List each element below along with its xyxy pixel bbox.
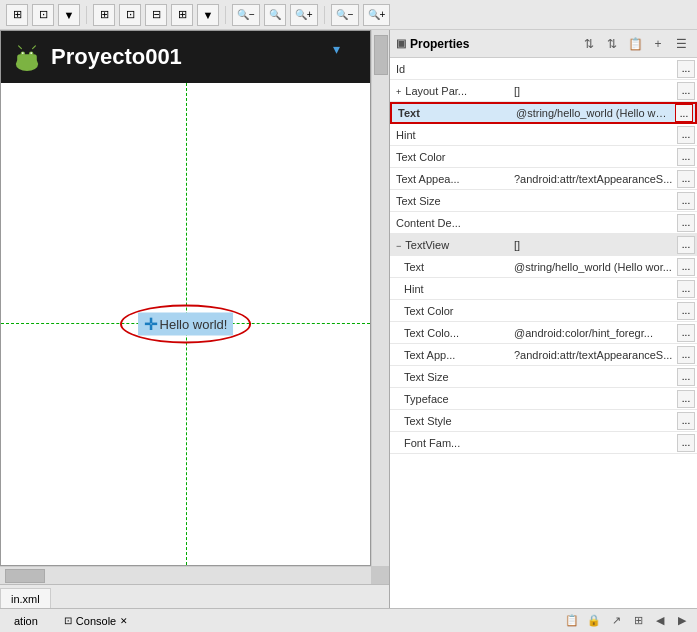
vertical-scrollbar[interactable] [371, 30, 389, 566]
prop-row-typeface: Typeface ... [390, 388, 697, 410]
status-icon-prev[interactable]: ◀ [651, 612, 669, 630]
toolbar-btn-6[interactable]: ⊟ [145, 4, 167, 26]
crosshair-marker: ✛ [144, 315, 157, 334]
zoom-in-btn-2[interactable]: 🔍+ [363, 4, 391, 26]
prop-dots-id[interactable]: ... [677, 60, 695, 78]
svg-line-7 [33, 46, 36, 49]
prop-section-textview: −TextView [] ... [390, 234, 697, 256]
prop-row-id: Id ... [390, 58, 697, 80]
hello-world-widget[interactable]: ✛ Hello world! [120, 305, 252, 344]
prop-value-text-highlighted: @string/hello_world (Hello wor... [512, 107, 675, 119]
prop-row-tv-text-size: Text Size ... [390, 366, 697, 388]
toolbar-btn-8[interactable]: ▼ [197, 4, 219, 26]
toolbar-btn-3[interactable]: ▼ [58, 4, 80, 26]
prop-name-tv-text: Text [390, 261, 510, 273]
editor-scrollable: Proyecto001 ▾ ✛ Hello world! [0, 30, 389, 584]
prop-row-hint: Hint ... [390, 124, 697, 146]
svg-point-5 [30, 52, 32, 54]
prop-dots-tv-text-color[interactable]: ... [677, 302, 695, 320]
phone-body: ✛ Hello world! [1, 83, 370, 565]
svg-rect-1 [17, 54, 37, 65]
toolbar-btn-5[interactable]: ⊡ [119, 4, 141, 26]
status-icon-link[interactable]: ↗ [607, 612, 625, 630]
vertical-scrollbar-thumb[interactable] [374, 35, 388, 75]
zoom-out-btn-2[interactable]: 🔍− [331, 4, 359, 26]
textview-toggle-icon: − [396, 241, 401, 251]
prop-row-tv-text-color: Text Color ... [390, 300, 697, 322]
tab-xml[interactable]: in.xml [0, 588, 51, 608]
prop-dots-content-desc[interactable]: ... [677, 214, 695, 232]
app-title: Proyecto001 [51, 44, 182, 70]
prop-row-tv-hint: Hint ... [390, 278, 697, 300]
sort-alpha-btn[interactable]: ⇅ [579, 34, 599, 54]
properties-toolbar: ⇅ ⇅ 📋 + ☰ [579, 34, 691, 54]
prop-dots-layout-par[interactable]: ... [677, 82, 695, 100]
prop-dots-text-size[interactable]: ... [677, 192, 695, 210]
status-icon-grid[interactable]: ⊞ [629, 612, 647, 630]
prop-dots-typeface[interactable]: ... [677, 390, 695, 408]
sort-cat-btn[interactable]: ⇅ [602, 34, 622, 54]
prop-dots-tv-text[interactable]: ... [677, 258, 695, 276]
prop-name-tv-text-colo: Text Colo... [390, 327, 510, 339]
prop-row-content-desc: Content De... ... [390, 212, 697, 234]
horizontal-scrollbar-thumb[interactable] [5, 569, 45, 583]
status-tab-console[interactable]: ⊡ Console ✕ [56, 613, 136, 629]
layout-par-toggle-icon: + [396, 87, 401, 97]
prop-dots-tv-text-size[interactable]: ... [677, 368, 695, 386]
prop-value-text-appear: ?android:attr/textAppearanceS... [510, 173, 677, 185]
prop-name-tv-text-size: Text Size [390, 371, 510, 383]
toolbar-btn-2[interactable]: ⊡ [32, 4, 54, 26]
prop-dots-text-style[interactable]: ... [677, 412, 695, 430]
status-bar: ation ⊡ Console ✕ 📋 🔒 ↗ ⊞ ◀ ▶ [0, 608, 697, 632]
prop-dots-tv-hint[interactable]: ... [677, 280, 695, 298]
menu-btn[interactable]: ☰ [671, 34, 691, 54]
zoom-out-btn[interactable]: 🔍− [232, 4, 260, 26]
prop-value-tv-text-app: ?android:attr/textAppearanceS... [510, 349, 677, 361]
properties-title-text: Properties [410, 37, 469, 51]
toolbar-btn-1[interactable]: ⊞ [6, 4, 28, 26]
zoom-in-btn[interactable]: 🔍+ [290, 4, 318, 26]
status-icon-lock[interactable]: 🔒 [585, 612, 603, 630]
prop-dots-text-highlighted[interactable]: ... [675, 104, 693, 122]
prop-row-text-highlighted[interactable]: Text @string/hello_world (Hello wor... .… [390, 102, 697, 124]
prop-row-text-size: Text Size ... [390, 190, 697, 212]
status-tab-ation-label: ation [14, 615, 38, 627]
prop-row-font-fam: Font Fam... ... [390, 432, 697, 454]
prop-dots-tv-text-colo[interactable]: ... [677, 324, 695, 342]
prop-name-text-highlighted: Text [392, 107, 512, 119]
prop-dots-tv-text-app[interactable]: ... [677, 346, 695, 364]
status-icon-next[interactable]: ▶ [673, 612, 691, 630]
prop-dots-textview-section[interactable]: ... [677, 236, 695, 254]
status-tab-ation[interactable]: ation [6, 613, 46, 629]
zoom-reset-btn[interactable]: 🔍 [264, 4, 286, 26]
hello-label: Hello world! [160, 317, 228, 332]
prop-dots-text-appear[interactable]: ... [677, 170, 695, 188]
hello-world-text[interactable]: ✛ Hello world! [138, 313, 234, 336]
status-bar-icons: 📋 🔒 ↗ ⊞ ◀ ▶ [563, 612, 691, 630]
prop-row-text-appear: Text Appea... ?android:attr/textAppearan… [390, 168, 697, 190]
console-close-icon: ✕ [120, 616, 128, 626]
toolbar-btn-4[interactable]: ⊞ [93, 4, 115, 26]
separator-3 [324, 6, 325, 24]
hello-oval-border: ✛ Hello world! [120, 305, 252, 344]
toolbar-btn-7[interactable]: ⊞ [171, 4, 193, 26]
properties-panel: ▣ Properties ⇅ ⇅ 📋 + ☰ Id ... +Layout [390, 30, 697, 608]
console-icon: ⊡ [64, 615, 72, 626]
filter-btn[interactable]: 📋 [625, 34, 645, 54]
layout-editor: Proyecto001 ▾ ✛ Hello world! [0, 30, 390, 608]
prop-name-textview-section: −TextView [390, 239, 510, 251]
android-icon [13, 43, 41, 71]
add-prop-btn[interactable]: + [648, 34, 668, 54]
prop-row-tv-text: Text @string/hello_world (Hello wor... .… [390, 256, 697, 278]
prop-name-text-size: Text Size [390, 195, 510, 207]
status-icon-copy[interactable]: 📋 [563, 612, 581, 630]
horizontal-scrollbar[interactable] [0, 566, 371, 584]
prop-row-text-color: Text Color ... [390, 146, 697, 168]
prop-name-text-appear: Text Appea... [390, 173, 510, 185]
prop-dots-text-color[interactable]: ... [677, 148, 695, 166]
prop-value-tv-text-colo: @android:color/hint_foregr... [510, 327, 677, 339]
prop-row-text-style: Text Style ... [390, 410, 697, 432]
main-area: Proyecto001 ▾ ✛ Hello world! [0, 30, 697, 608]
prop-dots-hint[interactable]: ... [677, 126, 695, 144]
prop-dots-font-fam[interactable]: ... [677, 434, 695, 452]
